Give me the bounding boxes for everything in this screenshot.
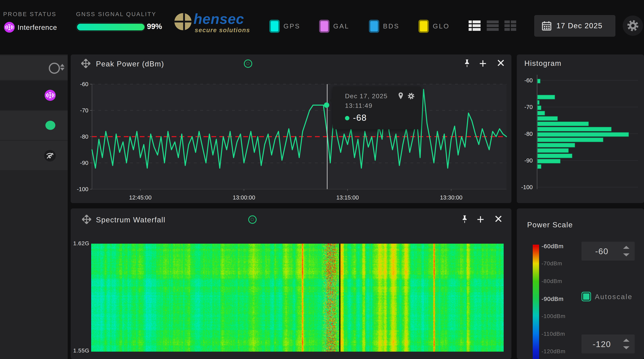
histogram-bar <box>538 111 545 115</box>
calendar-icon <box>542 21 552 31</box>
signal-quality-percent: 99% <box>147 22 162 31</box>
waterfall-title: Spectrum Waterfall <box>96 216 166 224</box>
logo: hensec secure solutions <box>174 11 274 37</box>
x-tick-label: 13:00:00 <box>233 194 255 201</box>
tooltip-series-dot <box>345 116 349 120</box>
y-tick-label: -90 <box>80 160 88 166</box>
top-header: PROBE STATUS Interference GNSS SIGNAL QU… <box>0 0 644 45</box>
constellation-toggle-bds[interactable] <box>369 20 379 33</box>
y-tick-label: -90 <box>524 157 533 164</box>
settings-button[interactable] <box>623 15 643 36</box>
logo-name: hensec <box>194 11 244 27</box>
y-tick-label: -100 <box>77 186 88 192</box>
constellation-toggle-gps[interactable] <box>269 20 280 33</box>
power-min-spinbox[interactable] <box>582 335 635 354</box>
pin-panel-icon[interactable] <box>460 215 469 224</box>
layout-rows-icon[interactable] <box>486 19 499 32</box>
sidebar-row-ok-status[interactable] <box>0 111 68 140</box>
histogram-bar <box>538 159 560 163</box>
histogram-bar <box>538 143 575 147</box>
y-tick-label: -60 <box>80 81 88 87</box>
live-status-ring-icon <box>248 215 256 224</box>
autoscale-checkbox[interactable] <box>582 292 591 301</box>
histogram-bar <box>538 79 540 83</box>
constellation-label-glo: GLO <box>433 22 450 30</box>
power-max-input[interactable] <box>582 242 622 261</box>
add-panel-icon[interactable]: + <box>477 212 484 227</box>
power-min-input[interactable] <box>582 335 622 354</box>
peak-power-chart[interactable]: -60-70-80-90-10012:45:0013:00:0013:15:00… <box>71 54 512 203</box>
power-scale-tick-label: -100dBm <box>542 313 566 320</box>
logo-tagline: secure solutions <box>195 27 250 34</box>
tooltip-arrow <box>330 97 333 104</box>
sidebar <box>0 54 68 359</box>
constellation-toggle-gal[interactable] <box>319 20 330 33</box>
histogram-panel: Histogram -60-70-80-90-100 <box>517 54 644 203</box>
tooltip-date: Dec 17, 2025 <box>345 92 388 100</box>
layout-list-detail-icon[interactable] <box>468 19 481 32</box>
waterfall-ymin-label: 1.55G <box>72 348 90 354</box>
chart-cursor-line <box>327 84 328 189</box>
sidebar-row-status-select[interactable] <box>0 55 68 80</box>
histogram-bar <box>538 100 539 105</box>
spin-up-icon[interactable] <box>623 339 630 342</box>
chart-tooltip: Dec 17, 2025 13:11:49 -68 <box>333 86 421 129</box>
move-handle-icon[interactable] <box>82 215 91 224</box>
autoscale-label: Autoscale <box>595 293 633 301</box>
spin-down-icon[interactable] <box>623 346 630 349</box>
interference-status-icon <box>4 21 15 33</box>
histogram-bar <box>538 95 555 99</box>
interference-burst-icon <box>44 89 56 101</box>
date-picker-button[interactable]: 17 Dec 2025 <box>534 15 615 36</box>
histogram-bar <box>538 148 568 153</box>
histogram-bar <box>538 127 611 131</box>
histogram-chart[interactable]: -60-70-80-90-100 <box>517 54 644 203</box>
y-tick-label: -100 <box>521 184 533 190</box>
tooltip-time: 13:11:49 <box>345 102 372 109</box>
signal-quality-bar <box>76 23 145 31</box>
chart-cursor-dot <box>324 102 329 108</box>
power-scale-tick-label: -60dBm <box>542 243 564 250</box>
sidebar-row-interference[interactable] <box>0 81 68 110</box>
location-pin-icon[interactable] <box>397 92 405 100</box>
gnss-dashboard: { "header": { "probe_status": {"label": … <box>0 0 644 359</box>
sidebar-row-offline[interactable] <box>0 141 68 170</box>
waterfall-ymax-label: 1.62G <box>72 240 90 247</box>
x-tick-label: 12:45:00 <box>129 194 152 201</box>
x-tick-label: 13:30:00 <box>440 194 462 201</box>
gear-icon <box>626 19 640 32</box>
probe-status-label: PROBE STATUS <box>3 11 56 17</box>
wifi-off-icon <box>46 152 54 159</box>
signal-quality-bar-fill <box>77 24 144 30</box>
y-tick-label: -60 <box>524 77 533 83</box>
power-scale-panel: Power Scale Autoscale -60dBm-70dBm-80dBm… <box>517 208 644 359</box>
y-tick-label: -80 <box>80 133 88 140</box>
power-scale-tick-label: -90dBm <box>542 296 564 302</box>
histogram-bar <box>538 122 589 126</box>
spin-up-icon[interactable] <box>623 246 630 249</box>
power-max-spinbox[interactable] <box>582 242 635 261</box>
layout-grid-icon[interactable] <box>504 19 517 32</box>
histogram-bar <box>538 132 629 137</box>
peak-power-panel: Peak Power (dBm) + ✕ -60-70-80-90-10012:… <box>71 54 512 203</box>
y-tick-label: -70 <box>80 107 88 114</box>
constellation-toggle-glo[interactable] <box>418 20 429 33</box>
waterfall-panel: Spectrum Waterfall + ✕ 1.62G 1.55G <box>71 208 512 359</box>
sort-down-icon[interactable] <box>60 68 64 71</box>
histogram-bar <box>538 116 558 120</box>
tooltip-value: -68 <box>353 113 367 123</box>
status-circle-icon <box>49 63 60 74</box>
histogram-bar <box>538 164 541 169</box>
signal-quality-label: GNSS SIGNAL QUALITY <box>76 11 156 17</box>
x-tick-label: 13:15:00 <box>336 194 359 201</box>
y-tick-label: -80 <box>524 131 533 137</box>
sort-up-icon[interactable] <box>60 64 64 67</box>
histogram-bar <box>538 138 603 142</box>
waterfall-heatmap[interactable] <box>91 244 504 352</box>
constellation-label-gal: GAL <box>333 22 349 30</box>
green-status-dot <box>46 121 55 130</box>
close-panel-icon[interactable]: ✕ <box>494 213 503 225</box>
tooltip-gear-icon[interactable] <box>407 92 415 100</box>
constellation-label-gps: GPS <box>284 22 300 30</box>
spin-down-icon[interactable] <box>623 253 630 256</box>
